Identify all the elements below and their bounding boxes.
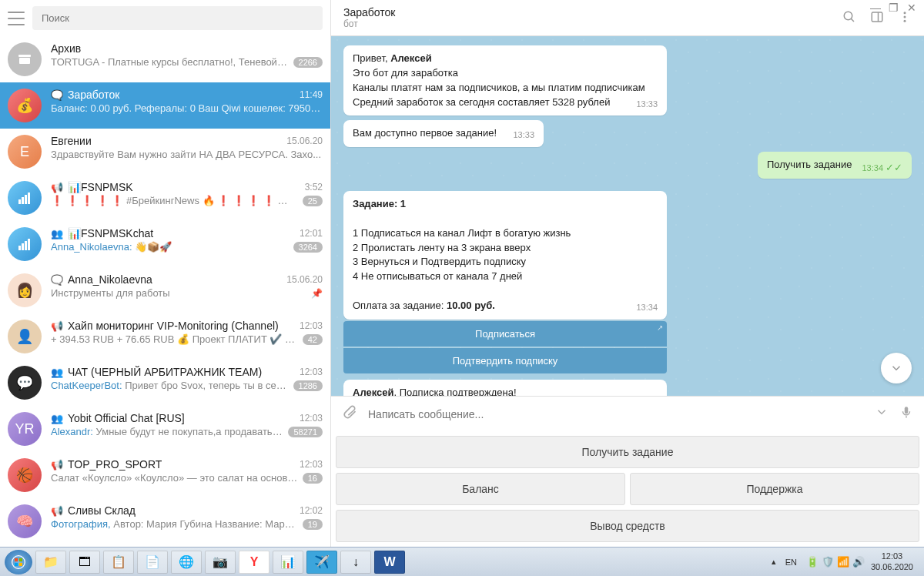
chat-preview: Здравствуйте Вам нужно зайти НА ДВА РЕСУ… — [51, 149, 323, 160]
chat-panel: Заработок бот Привет, Алексей Это бот дл… — [331, 0, 924, 547]
chat-item[interactable]: Е Евгении15.06.20 Здравствуйте Вам нужно… — [0, 129, 330, 175]
svg-rect-3 — [22, 197, 24, 204]
clock[interactable]: 12:03 30.06.2020 — [871, 551, 913, 571]
avatar — [8, 181, 42, 215]
chat-preview: Салат «Коулсло» «Коулсло» — это салат на… — [51, 472, 298, 484]
search-icon[interactable] — [842, 10, 856, 26]
chat-name: 📊FSNPMSK — [68, 181, 302, 193]
message-time: 13:34 — [636, 302, 658, 314]
chat-time: 11:49 — [300, 89, 323, 100]
tray-arrow-icon[interactable]: ▴ — [772, 557, 776, 567]
task-explorer[interactable]: 📁 — [35, 551, 66, 574]
chat-name: ЧАТ (ЧЕРНЫЙ АРБИТРАЖНИК TEAM) — [68, 366, 296, 378]
svg-rect-22 — [19, 562, 22, 565]
kb-balance[interactable]: Баланс — [336, 473, 625, 505]
svg-rect-1 — [19, 58, 30, 64]
task-app[interactable]: 📊 — [273, 551, 303, 574]
chat-name: Сливы Склад — [68, 504, 296, 517]
task-app[interactable]: ↓ — [340, 551, 371, 574]
svg-rect-6 — [18, 246, 21, 250]
avatar: 💰 — [8, 89, 42, 122]
avatar: 🧠 — [8, 504, 42, 538]
messages-area: Привет, Алексей Это бот для заработка Ка… — [331, 36, 924, 396]
message-time: 13:33 — [636, 99, 658, 111]
chat-time: 12:03 — [300, 367, 323, 377]
external-link-icon: ↗ — [657, 323, 663, 332]
chat-name: Евгении — [51, 135, 283, 147]
inline-button-confirm[interactable]: Подтвердить подписку — [343, 348, 667, 373]
task-app[interactable]: 📷 — [205, 551, 236, 574]
chat-item[interactable]: 👤 📢Хайп мониторинг VIP-Monitoring (Chann… — [0, 313, 330, 360]
chat-item[interactable]: 📢📊FSNPMSK3:52 ❗ ❗ ❗ ❗ ❗ #БрейкингNews 🔥 … — [0, 175, 330, 221]
scroll-down-button[interactable] — [881, 353, 912, 383]
svg-rect-19 — [15, 558, 18, 561]
chat-title: Заработок — [343, 6, 842, 18]
svg-rect-0 — [18, 55, 31, 57]
chat-item[interactable]: 👥📊FSNPMSKchat12:01 Anna_Nikolaevna: 👋📦🚀3… — [0, 221, 330, 267]
avatar: 👤 — [8, 320, 42, 353]
tray-icon[interactable]: 🔋 — [806, 556, 819, 568]
window-close[interactable]: ✕ — [907, 2, 918, 12]
avatar — [8, 227, 42, 261]
chat-item-zarabotok[interactable]: 💰 🗨️Заработок11:49 Баланс: 0.00 руб. Реф… — [0, 82, 330, 129]
window-minimize[interactable]: — — [870, 2, 881, 12]
search-input[interactable] — [32, 6, 323, 30]
chat-preview: Anna_Nikolaevna: 👋📦🚀 — [51, 241, 289, 253]
message-in: Привет, Алексей Это бот для заработка Ка… — [343, 45, 667, 116]
kb-get-task[interactable]: Получить задание — [336, 436, 919, 468]
chat-name: Заработок — [68, 89, 296, 101]
badge: 58271 — [288, 427, 323, 437]
badge: 16 — [303, 473, 323, 484]
attach-icon[interactable] — [342, 404, 357, 424]
chat-name: Yobit Official Chat [RUS] — [68, 412, 296, 424]
message-input[interactable] — [368, 408, 864, 420]
task-yandex[interactable]: Y — [239, 551, 270, 574]
menu-icon[interactable] — [8, 12, 25, 25]
tray-network-icon[interactable]: 📶 — [837, 556, 849, 568]
chat-time: 15.06.20 — [286, 136, 323, 146]
chat-item[interactable]: 🧠 📢Сливы Склад12:02 Фотография, Автор: М… — [0, 498, 330, 544]
task-app[interactable]: 📄 — [137, 551, 168, 574]
chat-preview: ❗ ❗ ❗ ❗ ❗ #БрейкингNews 🔥 ❗ ❗ ❗ ❗ ❗ ... — [51, 195, 298, 206]
chat-item[interactable]: YR 👥Yobit Official Chat [RUS]12:03 Alexa… — [0, 406, 330, 452]
task-word[interactable]: W — [374, 551, 405, 574]
task-telegram[interactable]: ✈️ — [306, 551, 337, 574]
chat-preview: ChatKeeperBot: Привет бро Svox, теперь т… — [51, 380, 289, 391]
svg-rect-20 — [19, 558, 22, 561]
start-button[interactable] — [5, 550, 32, 574]
taskbar: 📁 🗔 📋 📄 🌐 📷 Y 📊 ✈️ ↓ W ▴ EN 🔋 🛡️ 📶 🔊 12:… — [0, 547, 924, 576]
chat-item[interactable]: 💬 👥ЧАТ (ЧЕРНЫЙ АРБИТРАЖНИК TEAM)12:03 Ch… — [0, 360, 330, 406]
group-icon: 👥 — [51, 413, 63, 424]
chat-item[interactable]: 🏀 📢TOP_PRO_SPORT12:03 Салат «Коулсло» «К… — [0, 452, 330, 498]
svg-rect-2 — [18, 199, 21, 204]
message-out: Получить задание13:34 ✓✓ — [758, 152, 912, 179]
chat-preview: Alexandr: Умные будут не покупать,а прод… — [51, 426, 283, 437]
emoji-icon[interactable] — [875, 405, 889, 423]
task-chrome[interactable]: 🌐 — [171, 551, 202, 574]
tray-volume-icon[interactable]: 🔊 — [852, 556, 865, 568]
avatar: 💬 — [8, 366, 42, 400]
tray-icon[interactable]: 🛡️ — [822, 556, 834, 568]
language-indicator[interactable]: EN — [782, 556, 800, 568]
group-icon: 👥 — [51, 367, 63, 378]
kb-support[interactable]: Поддержка — [630, 473, 919, 505]
task-app[interactable]: 🗔 — [69, 551, 100, 574]
badge: 42 — [303, 334, 323, 345]
message-in: Вам доступно первое задание!13:33 — [343, 120, 544, 147]
badge: 2266 — [293, 57, 323, 68]
badge: 25 — [303, 196, 323, 206]
svg-rect-9 — [28, 239, 30, 250]
inline-button-subscribe[interactable]: Подписаться↗ — [343, 321, 667, 347]
chat-time: 12:03 — [300, 459, 323, 470]
chat-time: 3:52 — [305, 182, 323, 193]
mic-icon[interactable] — [899, 405, 913, 423]
task-app[interactable]: 📋 — [103, 551, 134, 574]
chat-time: 12:01 — [300, 228, 323, 239]
svg-rect-21 — [15, 562, 18, 565]
archive-item[interactable]: Архив TORTUGA - Платные курсы бесплатно!… — [0, 36, 330, 82]
group-icon: 👥 — [51, 228, 63, 239]
chat-item[interactable]: 👩 🗨️Anna_Nikolaevna15.06.20 Инструменты … — [0, 267, 330, 313]
kb-withdraw[interactable]: Вывод средств — [336, 510, 919, 542]
window-maximize[interactable]: ❐ — [889, 2, 899, 12]
chat-header: Заработок бот — [331, 0, 924, 36]
